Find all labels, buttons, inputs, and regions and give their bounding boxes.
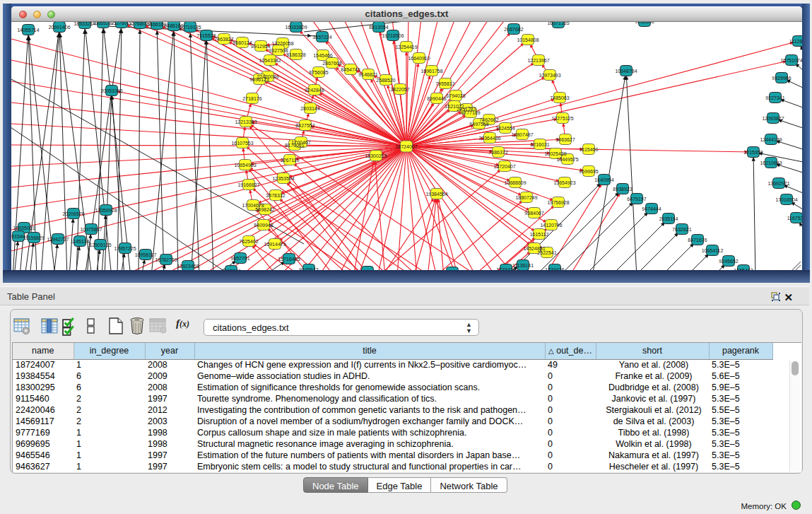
svg-text:20364436: 20364436: [478, 136, 500, 141]
svg-text:8813054: 8813054: [369, 25, 388, 30]
svg-text:13654923: 13654923: [553, 180, 575, 185]
svg-text:11156829: 11156829: [23, 235, 45, 240]
svg-text:8454749: 8454749: [341, 67, 360, 72]
svg-text:9474444: 9474444: [642, 206, 661, 211]
svg-text:3824554: 3824554: [495, 126, 514, 131]
svg-text:1700467: 1700467: [291, 140, 310, 145]
svg-text:16033809: 16033809: [285, 25, 307, 30]
svg-text:2087682: 2087682: [504, 27, 523, 32]
svg-text:19384554: 19384554: [425, 192, 447, 197]
svg-text:8409948: 8409948: [254, 223, 273, 228]
svg-text:9699695: 9699695: [579, 169, 598, 174]
svg-text:20691406: 20691406: [48, 25, 70, 30]
svg-text:13226058: 13226058: [271, 41, 293, 46]
svg-text:9245612: 9245612: [299, 267, 318, 271]
svg-text:10688609: 10688609: [504, 180, 526, 185]
svg-text:7463822: 7463822: [214, 37, 233, 42]
svg-text:17359928: 17359928: [95, 208, 117, 213]
svg-text:9242848: 9242848: [305, 88, 324, 93]
svg-text:3822057: 3822057: [390, 87, 409, 92]
svg-text:3878332: 3878332: [266, 193, 285, 198]
svg-text:2867608: 2867608: [322, 61, 341, 66]
svg-text:6479197: 6479197: [627, 197, 646, 201]
svg-text:9146821: 9146821: [358, 72, 377, 77]
svg-text:9227341: 9227341: [765, 95, 784, 100]
svg-text:1065412: 1065412: [734, 268, 753, 271]
svg-text:17957225: 17957225: [114, 246, 136, 251]
svg-text:9218506: 9218506: [635, 22, 654, 24]
svg-text:16635061: 16635061: [13, 226, 35, 230]
svg-text:1065412: 1065412: [358, 269, 377, 271]
svg-text:10975887: 10975887: [80, 227, 102, 232]
svg-text:12353594: 12353594: [272, 176, 294, 181]
svg-text:1545466: 1545466: [313, 53, 332, 58]
svg-text:10654112: 10654112: [702, 248, 724, 253]
svg-text:7386372: 7386372: [488, 150, 507, 155]
svg-text:8756085: 8756085: [309, 70, 328, 75]
svg-text:19218506: 19218506: [382, 33, 404, 38]
svg-text:7955812: 7955812: [435, 81, 454, 86]
svg-text:3215958: 3215958: [743, 150, 763, 155]
svg-text:3267110: 3267110: [281, 158, 300, 163]
svg-text:10973493: 10973493: [539, 73, 560, 78]
svg-text:12275125: 12275125: [551, 116, 573, 121]
svg-text:14055714: 14055714: [17, 28, 39, 33]
svg-text:15716485: 15716485: [278, 257, 300, 262]
svg-text:1112803: 1112803: [789, 39, 802, 44]
svg-text:9115460: 9115460: [579, 147, 599, 152]
svg-text:8471676: 8471676: [688, 238, 707, 243]
svg-text:10719185: 10719185: [179, 25, 201, 30]
svg-text:15720407: 15720407: [493, 164, 515, 169]
svg-text:12093877: 12093877: [762, 116, 784, 121]
svg-text:15300215: 15300215: [365, 153, 387, 158]
svg-text:16107553: 16107553: [231, 141, 253, 146]
svg-text:16914479: 16914479: [264, 242, 286, 247]
svg-text:1733426: 1733426: [545, 267, 564, 271]
svg-text:16671355: 16671355: [547, 22, 569, 25]
svg-text:12505135: 12505135: [89, 243, 111, 247]
svg-text:2803144: 2803144: [300, 106, 319, 111]
svg-text:6497568: 6497568: [469, 122, 488, 127]
svg-text:10648784: 10648784: [615, 69, 637, 74]
svg-text:12923468: 12923468: [177, 264, 199, 269]
svg-text:9463627: 9463627: [555, 137, 575, 142]
svg-text:7632621: 7632621: [672, 227, 691, 232]
svg-text:7485063: 7485063: [550, 95, 569, 100]
svg-text:2935114: 2935114: [659, 216, 678, 221]
svg-text:16210643: 16210643: [760, 160, 782, 165]
svg-text:6794028: 6794028: [446, 93, 465, 98]
svg-text:3857224: 3857224: [312, 35, 331, 40]
svg-text:9384067: 9384067: [524, 211, 543, 216]
svg-text:10654983: 10654983: [234, 163, 256, 168]
svg-text:7515526: 7515526: [196, 33, 216, 38]
svg-text:2588520: 2588520: [376, 78, 395, 83]
svg-text:1292346: 1292346: [221, 269, 240, 271]
svg-text:8938923: 8938923: [613, 187, 632, 192]
svg-text:16782759: 16782759: [155, 257, 177, 262]
svg-text:1167534: 1167534: [787, 216, 802, 221]
svg-text:10543342: 10543342: [259, 58, 281, 63]
svg-text:2522541: 2522541: [537, 250, 556, 255]
svg-text:8427552: 8427552: [295, 123, 314, 128]
svg-text:15751074: 15751074: [780, 58, 802, 63]
svg-text:9777169: 9777169: [461, 110, 480, 115]
svg-text:8186328: 8186328: [286, 52, 305, 57]
svg-text:6216031: 6216031: [530, 142, 549, 147]
svg-text:7625402: 7625402: [239, 239, 258, 244]
svg-text:8471676: 8471676: [442, 270, 461, 271]
svg-text:12942737: 12942737: [47, 237, 69, 242]
svg-text:20053346: 20053346: [100, 88, 122, 93]
svg-text:19756928: 19756928: [547, 200, 569, 205]
svg-text:13692971: 13692971: [767, 181, 789, 186]
svg-text:10807487: 10807487: [511, 132, 533, 137]
svg-text:18807249: 18807249: [515, 195, 537, 200]
svg-text:5498242: 5498242: [255, 207, 274, 212]
svg-text:20206576: 20206576: [62, 211, 84, 216]
svg-text:9657791: 9657791: [230, 256, 249, 261]
svg-text:10958117: 10958117: [135, 252, 157, 257]
svg-text:13449575: 13449575: [556, 157, 578, 162]
svg-text:10025438: 10025438: [544, 151, 566, 156]
svg-text:18724007: 18724007: [395, 144, 417, 149]
svg-text:13254419: 13254419: [395, 45, 417, 49]
svg-text:9329966: 9329966: [772, 76, 791, 81]
